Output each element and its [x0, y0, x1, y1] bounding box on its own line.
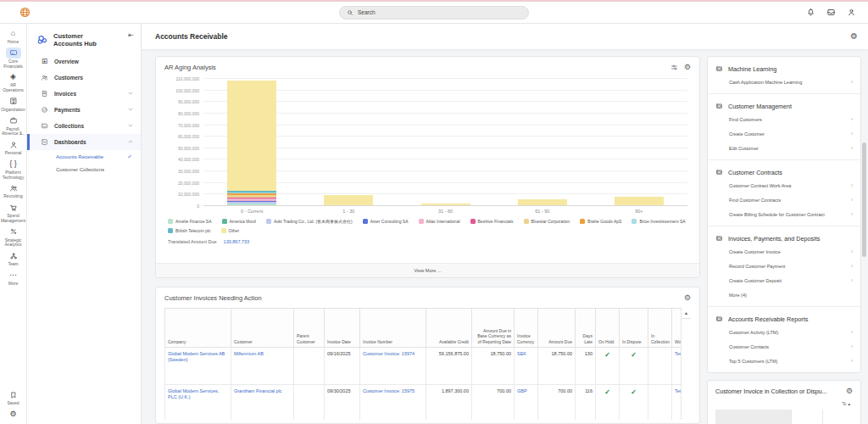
rail-item-spend-management[interactable]: Spend Management — [0, 202, 26, 224]
sidebar-item-customers[interactable]: Customers — [27, 70, 141, 86]
rail-item-team[interactable]: Team — [0, 250, 26, 267]
column-header-customer[interactable]: Customer — [231, 309, 294, 348]
task-link-create-billing-schedule-for-customer-contract[interactable]: Create Billing Schedule for Customer Con… — [715, 207, 853, 221]
view-more-button[interactable]: View More ... — [156, 263, 699, 277]
chevron-up-icon — [127, 138, 134, 145]
task-link-find-customer-contracts[interactable]: Find Customer Contracts› — [715, 192, 853, 207]
scrollbar-thumb[interactable] — [862, 142, 866, 257]
segment-other[interactable] — [518, 199, 567, 206]
task-link-customer-activity-ltm[interactable]: Customer Activity (LTM)› — [715, 325, 853, 339]
table-scrollbar[interactable]: ▲ — [681, 308, 691, 420]
column-header-amount-due[interactable]: Amount Due — [538, 309, 576, 348]
cell-link[interactable]: SEK — [517, 351, 526, 356]
cell-link[interactable]: Grantham Financial plc — [234, 388, 282, 393]
column-header-parent-customer[interactable]: Parent Customer — [294, 309, 325, 348]
cell-link[interactable]: Customer Invoice: 15975 — [363, 388, 415, 393]
selected-check-icon: ✓ — [127, 153, 132, 160]
rail-item-saved[interactable]: Saved — [0, 389, 26, 406]
viewport-scrollbar[interactable] — [862, 24, 867, 424]
column-header-company[interactable]: Company — [165, 309, 231, 348]
notifications-bell-icon[interactable] — [806, 8, 815, 17]
rail-item-platform-technology[interactable]: { }Platform Technology — [0, 159, 26, 181]
table-scroll-up-icon[interactable]: ▲ — [682, 308, 691, 319]
sidebar-subitem-customer-collections[interactable]: Customer Collections — [27, 164, 141, 176]
chart-settings-gear-icon[interactable]: ⚙ — [684, 64, 691, 71]
column-header-amount-due-in-base-currency-as[interactable]: Amount Due in Base Currency as of Report… — [472, 309, 515, 348]
bar-1-30[interactable] — [324, 195, 373, 205]
legend-item-aster-consulting-sa[interactable]: Aster Consulting SA — [363, 219, 409, 224]
cell-link[interactable]: Customer Invoice: 15974 — [363, 351, 415, 356]
column-header-invoice-currency[interactable]: Invoice Currency — [515, 309, 538, 348]
rail-item-more[interactable]: ⋯More — [0, 270, 26, 287]
bar-61-90[interactable] — [518, 199, 567, 206]
legend-item-atlas-international[interactable]: Atlas International — [419, 219, 460, 224]
task-link-create-customer-deposit[interactable]: Create Customer Deposit› — [715, 273, 853, 287]
segment-am-lie-finance-sa[interactable] — [227, 204, 276, 205]
task-link-customer-contacts[interactable]: Customer Contacts› — [715, 339, 853, 354]
column-header-days-late[interactable]: Days Late — [576, 309, 596, 348]
segment-other[interactable] — [421, 204, 470, 205]
cell-link[interactable]: Global Modern Services, PLC (U.K.) — [168, 388, 219, 399]
task-link-top-5-customers-ltm[interactable]: Top 5 Customers (LTM)› — [715, 354, 853, 368]
task-link-customer-contract-work-area[interactable]: Customer Contract Work Area› — [715, 178, 853, 192]
sidebar-item-collections[interactable]: Collections — [27, 118, 141, 134]
legend-item-am-lie-finance-sa[interactable]: Amélie Finance SA — [168, 219, 212, 224]
task-link-find-customers[interactable]: Find Customers› — [715, 112, 853, 126]
column-header-in-dispute[interactable]: In Dispute — [620, 309, 648, 348]
table-settings-gear-icon[interactable]: ⚙ — [684, 294, 691, 302]
sidebar-item-overview[interactable]: ⊞Overview — [27, 53, 141, 70]
workday-globe-logo[interactable] — [19, 6, 31, 19]
segment-other[interactable] — [227, 81, 276, 191]
rail-item-recruiting[interactable]: Recruiting — [0, 182, 26, 199]
page-settings-gear-icon[interactable]: ⚙ — [850, 32, 858, 41]
collapse-sidebar-icon[interactable]: ⇤ — [128, 32, 134, 39]
cell-link[interactable]: Millennium AB — [234, 351, 264, 356]
cell-link[interactable]: Global Modern Services AB (Sweden) — [168, 351, 225, 362]
rail-item-gear[interactable]: ⚙ — [0, 409, 26, 420]
legend-item-aoki-trading-co-ltd[interactable]: Aoki Trading Co., Ltd. (青木商事株式会社) — [266, 219, 353, 224]
segment-other[interactable] — [324, 195, 373, 205]
cell-link[interactable]: GBP — [517, 388, 527, 393]
legend-item-brice-investissement-sa[interactable]: Brice Investissement SA — [632, 219, 685, 224]
segment-other[interactable] — [615, 197, 664, 205]
column-header-invoice-date[interactable]: Invoice Date — [325, 309, 360, 348]
rail-item-personal[interactable]: Personal — [0, 139, 26, 156]
rail-item-core-financials[interactable]: Core Financials — [0, 47, 26, 70]
task-link-more-4[interactable]: More (4) — [715, 287, 853, 302]
task-link-edit-customer[interactable]: Edit Customer› — [715, 141, 853, 155]
translated-amount-due-value[interactable]: 130,867,733 — [224, 239, 250, 244]
rail-item-organization[interactable]: Organization — [0, 96, 26, 113]
sidebar-item-invoices[interactable]: Invoices — [27, 86, 141, 102]
task-link-create-customer[interactable]: Create Customer› — [715, 126, 853, 141]
search-input[interactable]: Search — [339, 6, 529, 20]
chart-filter-sliders-icon[interactable] — [670, 64, 678, 71]
legend-item-british-telecom-plc[interactable]: British Telecom plc — [168, 228, 211, 233]
bottom-card-gear-icon[interactable]: ⚙ — [846, 388, 853, 395]
column-header-available-credit[interactable]: Available Credit — [426, 309, 472, 348]
task-link-create-customer-invoice[interactable]: Create Customer Invoice› — [715, 244, 853, 259]
sidebar-subitem-accounts-receivable[interactable]: Accounts Receivable✓ — [27, 150, 141, 164]
sidebar-item-dashboards[interactable]: Dashboards — [27, 134, 141, 150]
legend-item-beehive-financials[interactable]: Beehive Financials — [470, 219, 514, 224]
mini-table-sort-header[interactable]: To ▲ — [843, 402, 851, 406]
rail-item-strategic-analytics[interactable]: Strategic Analytics — [0, 226, 26, 248]
bar-0-current[interactable] — [227, 81, 276, 205]
rail-item-home[interactable]: ⌂Home — [0, 28, 26, 45]
rail-item-ar-operations[interactable]: ◈AR Operations — [0, 71, 26, 93]
column-header-invoice-number[interactable]: Invoice Number — [360, 309, 426, 348]
legend-item-other[interactable]: Other — [221, 228, 240, 233]
sidebar-item-payments[interactable]: Payments — [27, 102, 141, 118]
legend-item-america-movil[interactable]: America Movil — [222, 219, 256, 224]
rail-item-payroll-absence[interactable]: Payroll, Absence &.. — [0, 115, 26, 137]
cell-available-credit: 1,897,300.00 — [426, 385, 472, 421]
legend-item-brahe-goods-aps[interactable]: Brahe Goods ApS — [580, 219, 621, 224]
bar-90[interactable] — [615, 197, 664, 205]
legend-item-bluestar-corporation[interactable]: Bluestar Corporation — [524, 219, 570, 224]
column-header-on-hold[interactable]: On Hold — [596, 309, 620, 348]
inbox-icon[interactable] — [826, 8, 836, 17]
column-header-in-collection[interactable]: In Collection — [648, 309, 672, 348]
task-link-cash-application-machine-learning[interactable]: Cash Application Machine Learning› — [715, 75, 853, 89]
profile-icon[interactable] — [847, 8, 856, 17]
task-link-record-customer-payment[interactable]: Record Customer Payment› — [715, 259, 853, 273]
bar-31-60[interactable] — [421, 204, 470, 205]
